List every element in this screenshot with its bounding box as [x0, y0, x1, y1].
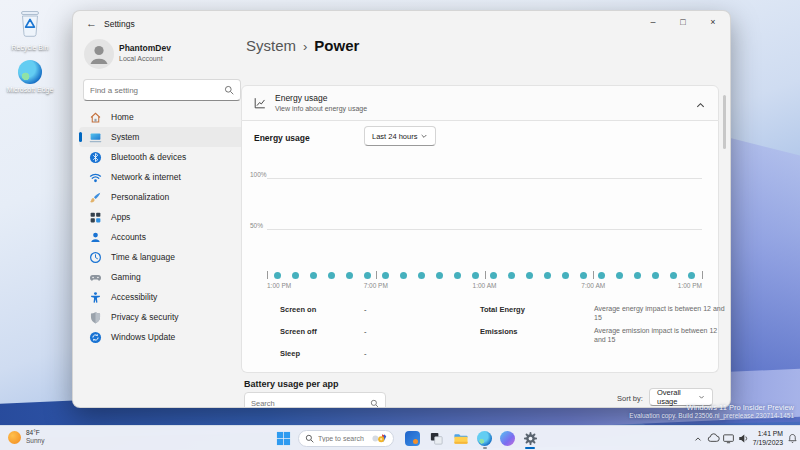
avatar[interactable] — [84, 39, 114, 69]
sidebar-item-label: Accounts — [111, 232, 146, 242]
window-title: Settings — [104, 19, 135, 29]
stat-label: Emissions — [480, 327, 518, 336]
tray-chevron-up-icon[interactable] — [691, 426, 706, 450]
onedrive-cloud-icon[interactable] — [706, 426, 721, 450]
sidebar-item-system[interactable]: System — [79, 127, 245, 147]
data-point — [436, 272, 443, 279]
desktop-icon-label: Recycle Bin — [12, 44, 49, 52]
stat-label: Sleep — [280, 349, 300, 358]
taskbar-search-input[interactable] — [318, 435, 367, 442]
close-button[interactable]: × — [698, 11, 728, 33]
paintbrush-icon — [89, 191, 102, 204]
user-name: PhantomDev — [119, 43, 171, 53]
sort-by-label: Sort by: — [617, 394, 643, 403]
minimize-button[interactable]: – — [638, 11, 668, 33]
data-point — [382, 272, 389, 279]
sidebar-item-gaming[interactable]: Gaming — [79, 267, 245, 287]
system-tray: 1:41 PM 7/19/2023 — [691, 426, 800, 450]
card-title: Energy usage — [275, 93, 327, 103]
search-icon — [224, 85, 234, 95]
energy-filter-label: Energy usage — [254, 133, 310, 143]
battery-search-input[interactable] — [251, 399, 370, 408]
watermark-line1: Windows 11 Pro Insider Preview — [629, 403, 794, 412]
weather-temperature: 84°F — [26, 429, 44, 437]
desktop-icon-recycle-bin[interactable]: Recycle Bin — [2, 8, 58, 52]
settings-button[interactable] — [522, 430, 539, 447]
sidebar-item-privacy-security[interactable]: Privacy & security — [79, 307, 245, 327]
notification-bell-icon[interactable] — [785, 426, 800, 450]
weather-widget[interactable]: 84°F Sunny — [8, 429, 44, 445]
sidebar-nav: Home System Bluetooth & devices Network … — [79, 107, 245, 347]
tray-date: 7/19/2023 — [753, 439, 783, 448]
data-point — [526, 272, 533, 279]
sidebar-item-label: Windows Update — [111, 332, 175, 342]
speaker-icon[interactable] — [736, 426, 751, 450]
data-point — [472, 272, 479, 279]
apps-grid-icon — [89, 211, 102, 224]
stat-label: Screen on — [280, 305, 316, 314]
sidebar-item-accessibility[interactable]: Accessibility — [79, 287, 245, 307]
data-point — [328, 272, 335, 279]
stat-label: Total Energy — [480, 305, 525, 314]
battery-search-box[interactable] — [244, 392, 386, 408]
file-explorer-button[interactable] — [452, 430, 469, 447]
data-point — [292, 272, 299, 279]
copilot-button[interactable] — [499, 430, 516, 447]
settings-search-box[interactable] — [83, 79, 241, 101]
sidebar-item-network-internet[interactable]: Network & internet — [79, 167, 245, 187]
y-axis-label-50: 50% — [250, 222, 263, 229]
sidebar-item-accounts[interactable]: Accounts — [79, 227, 245, 247]
desktop-icon-label: Microsoft Edge — [7, 86, 54, 94]
sidebar-item-bluetooth-devices[interactable]: Bluetooth & devices — [79, 147, 245, 167]
settings-search-input[interactable] — [90, 86, 224, 95]
data-point — [418, 272, 425, 279]
sidebar-item-home[interactable]: Home — [79, 107, 245, 127]
desktop-icon-edge[interactable]: Microsoft Edge — [2, 60, 58, 94]
chart-dots — [267, 272, 702, 279]
wifi-icon — [89, 171, 102, 184]
data-point — [652, 272, 659, 279]
clock[interactable]: 1:41 PM 7/19/2023 — [753, 430, 783, 448]
bluetooth-icon — [89, 151, 102, 164]
dropdown-value: Last 24 hours — [372, 132, 417, 141]
gridline-50 — [267, 229, 702, 230]
sidebar-item-label: Apps — [111, 212, 130, 222]
back-arrow-icon[interactable]: ← — [86, 17, 97, 29]
chevron-up-icon[interactable] — [695, 97, 706, 115]
energy-usage-expander-header[interactable]: Energy usage View info about energy usag… — [241, 85, 719, 121]
search-icon — [370, 399, 379, 408]
x-axis-label: 1:00 AM — [473, 282, 497, 289]
maximize-button[interactable]: □ — [668, 11, 698, 33]
sidebar-item-label: Network & internet — [111, 172, 181, 182]
taskbar-app-icon[interactable] — [404, 430, 421, 447]
app-icon — [405, 431, 420, 446]
sidebar-item-label: Gaming — [111, 272, 141, 282]
selected-indicator — [79, 132, 82, 142]
stat-value: - — [364, 327, 367, 336]
sidebar-item-apps[interactable]: Apps — [79, 207, 245, 227]
sidebar-item-windows-update[interactable]: Windows Update — [79, 327, 245, 347]
home-icon — [89, 111, 102, 124]
edge-button[interactable] — [476, 430, 493, 447]
active-indicator — [525, 447, 535, 449]
scrollbar-thumb[interactable] — [723, 95, 726, 149]
accounts-person-icon — [89, 231, 102, 244]
task-view-button[interactable] — [428, 430, 445, 447]
data-point — [310, 272, 317, 279]
display-icon[interactable] — [721, 426, 736, 450]
task-view-icon — [429, 431, 444, 446]
taskbar-search-box[interactable] — [298, 430, 394, 447]
tray-time: 1:41 PM — [753, 430, 783, 439]
sidebar-item-label: Home — [111, 112, 134, 122]
time-range-dropdown[interactable]: Last 24 hours — [364, 126, 436, 146]
start-button[interactable] — [276, 431, 291, 450]
breadcrumb-parent[interactable]: System — [246, 37, 296, 54]
gear-icon — [523, 431, 538, 446]
folder-icon — [453, 431, 468, 446]
taskbar: 84°F Sunny 1:41 PM 7/19/2023 — [0, 425, 800, 450]
shield-icon — [89, 311, 102, 324]
window-controls: – □ × — [638, 11, 728, 33]
sidebar-item-time-language[interactable]: Time & language — [79, 247, 245, 267]
windows-logo-icon — [276, 431, 291, 446]
sidebar-item-personalization[interactable]: Personalization — [79, 187, 245, 207]
